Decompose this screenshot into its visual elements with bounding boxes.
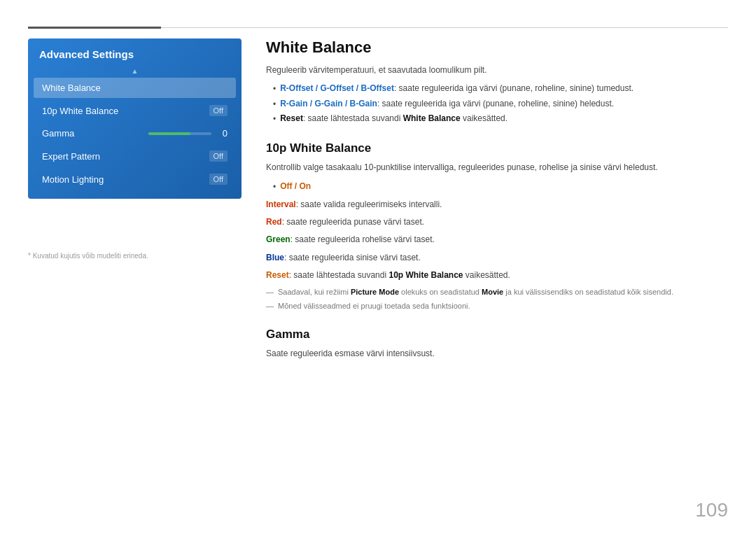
gamma-slider-track	[148, 132, 211, 135]
note-1: Saadaval, kui režiimi Picture Mode oleku…	[266, 286, 728, 298]
10p-offon-list: Off / On	[266, 179, 728, 194]
footnote: * Kuvatud kujutis võib mudeliti erineda.	[28, 252, 148, 260]
sidebar-item-gamma-label: Gamma	[42, 128, 74, 139]
note-2: Mõned välisseadmed ei pruugi toetada sed…	[266, 300, 728, 312]
off-on-label: Off / On	[280, 179, 311, 193]
blue-label: Blue	[266, 253, 284, 262]
interval-label: Interval	[266, 199, 296, 209]
sidebar-item-10p-label: 10p White Balance	[42, 106, 118, 116]
interval-line: Interval: saate valida reguleerimiseks i…	[266, 198, 728, 211]
white-balance-description: Reguleerib värvitemperatuuri, et saavuta…	[266, 64, 728, 77]
white-balance-bullets: R-Offset / G-Offset / B-Offset: saate re…	[266, 81, 728, 126]
gamma-right: 0	[148, 128, 227, 139]
10p-white-balance-title: 10p White Balance	[266, 141, 728, 155]
reset-10p-label: Reset	[266, 270, 289, 280]
sidebar-item-gamma[interactable]: Gamma 0	[34, 123, 236, 143]
bullet-r-gain: R-Gain / G-Gain / B-Gain: saate reguleer…	[273, 97, 728, 111]
sidebar-item-10p-white-balance[interactable]: 10p White Balance Off	[34, 100, 236, 121]
10p-description: Kontrollib valge tasakaalu 10-punktilise…	[266, 161, 728, 174]
sidebar-item-10p-value: Off	[209, 105, 227, 116]
sidebar-title: Advanced Settings	[28, 38, 241, 67]
picture-mode-label: Picture Mode	[351, 288, 399, 296]
red-label: Red	[266, 217, 282, 227]
green-label: Green	[266, 234, 290, 244]
white-balance-title: White Balance	[266, 38, 728, 57]
reset-10p-line: Reset: saate lähtestada suvandi 10p Whit…	[266, 269, 728, 282]
sidebar: Advanced Settings ▲ White Balance 10p Wh…	[28, 38, 241, 199]
gamma-description: Saate reguleerida esmase värvi intensiiv…	[266, 347, 728, 360]
sidebar-item-expert-pattern[interactable]: Expert Pattern Off	[34, 146, 236, 167]
10p-wb-bold: 10p White Balance	[388, 270, 463, 280]
top-lines	[28, 27, 728, 29]
sidebar-item-motion-label: Motion Lighting	[42, 174, 104, 185]
note-2-text: Mõned välisseadmed ei pruugi toetada sed…	[278, 300, 470, 312]
gamma-slider-fill	[148, 132, 190, 135]
green-line: Green: saate reguleerida rohelise värvi …	[266, 233, 728, 246]
note-1-text: Saadaval, kui režiimi Picture Mode oleku…	[278, 286, 673, 298]
r-offset-label: R-Offset / G-Offset / B-Offset	[280, 83, 394, 93]
red-line: Red: saate reguleerida punase värvi tase…	[266, 216, 728, 229]
sidebar-item-white-balance-label: White Balance	[42, 83, 101, 93]
sidebar-item-expert-value: Off	[209, 150, 227, 162]
gamma-title: Gamma	[266, 328, 728, 342]
movie-label: Movie	[482, 288, 503, 296]
bullet-off-on: Off / On	[273, 179, 728, 194]
sidebar-arrow: ▲	[28, 67, 241, 75]
bullet-r-offset-text: R-Offset / G-Offset / B-Offset: saate re…	[280, 81, 634, 95]
top-line-light	[161, 27, 728, 28]
blue-line: Blue: saate reguleerida sinise värvi tas…	[266, 251, 728, 265]
reset-wb-label: Reset	[280, 113, 303, 123]
sidebar-item-motion-lighting[interactable]: Motion Lighting Off	[34, 169, 236, 190]
top-line-dark	[28, 27, 161, 29]
r-gain-label: R-Gain / G-Gain / B-Gain	[280, 99, 377, 108]
sidebar-item-expert-label: Expert Pattern	[42, 151, 100, 162]
bullet-r-offset: R-Offset / G-Offset / B-Offset: saate re…	[273, 81, 728, 96]
gamma-value: 0	[223, 128, 227, 139]
sidebar-item-motion-value: Off	[209, 174, 227, 185]
main-content: White Balance Reguleerib värvitemperatuu…	[266, 38, 728, 506]
sidebar-item-white-balance[interactable]: White Balance	[34, 78, 236, 98]
page-number: 109	[695, 499, 728, 521]
bullet-r-gain-text: R-Gain / G-Gain / B-Gain: saate reguleer…	[280, 97, 614, 111]
white-balance-bold: White Balance	[403, 113, 461, 123]
bullet-reset-wb-text: Reset: saate lähtestada suvandi White Ba…	[280, 111, 507, 125]
bullet-reset-wb: Reset: saate lähtestada suvandi White Ba…	[273, 111, 728, 126]
